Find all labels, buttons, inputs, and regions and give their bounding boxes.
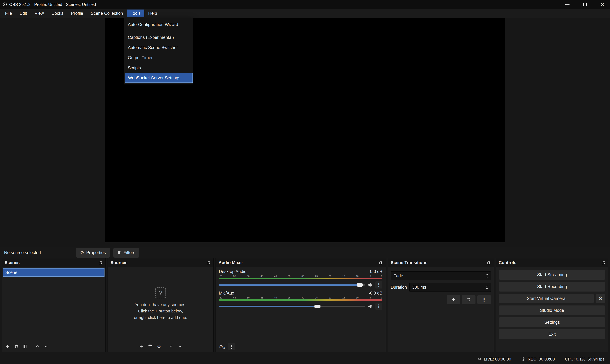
scene-filters-button[interactable] — [21, 343, 29, 350]
properties-button-label: Properties — [86, 250, 106, 255]
remove-transition-button[interactable] — [462, 295, 475, 304]
start-recording-button[interactable]: Start Recording — [499, 282, 605, 291]
menu-docks[interactable]: Docks — [48, 10, 67, 17]
menu-edit[interactable]: Edit — [16, 10, 31, 17]
popout-icon[interactable] — [99, 261, 103, 265]
mixer-channels: Desktop Audio 0.0 dB -60-55-50-45-40-35-… — [216, 267, 386, 341]
popout-icon[interactable] — [207, 261, 211, 265]
kebab-icon: ⋮ — [229, 344, 234, 350]
minimize-button[interactable] — [560, 0, 575, 9]
mixer-channel-desktop-audio: Desktop Audio 0.0 dB -60-55-50-45-40-35-… — [219, 269, 382, 288]
select-arrows[interactable] — [483, 272, 491, 280]
source-properties-button[interactable]: ⚙ — [155, 343, 163, 350]
maximize-button[interactable] — [577, 0, 593, 9]
mixer-channel-mic-aux: Mic/Aux -8.3 dB -60-55-50-45-40-35-30-25… — [219, 291, 382, 310]
transition-select[interactable]: Fade — [391, 271, 491, 280]
volume-slider-fill — [219, 306, 318, 307]
move-source-down-button[interactable] — [176, 343, 184, 350]
popout-icon[interactable] — [379, 261, 383, 265]
properties-button[interactable]: ⚙ Properties — [76, 248, 110, 258]
live-status: LIVE: 00:00:00 — [477, 357, 511, 362]
advanced-audio-properties-button[interactable]: ⚙ ⚙ — [218, 343, 226, 351]
menu-item-automatic-scene-switcher[interactable]: Automatic Scene Switcher — [124, 42, 193, 53]
controls-dock-header[interactable]: Controls — [496, 258, 608, 267]
add-source-button[interactable] — [137, 343, 145, 350]
filters-button[interactable]: Filters — [113, 248, 139, 258]
popout-icon[interactable] — [487, 261, 491, 265]
mixer-options-button[interactable]: ⋮ — [228, 343, 235, 350]
tick-label: -20 — [328, 275, 332, 277]
exit-button[interactable]: Exit — [499, 329, 605, 339]
move-source-up-button[interactable] — [167, 343, 175, 350]
broadcast-icon — [477, 357, 482, 362]
menu-item-auto-configuration-wizard[interactable]: Auto-Configuration Wizard — [124, 20, 193, 30]
scene-list-item[interactable]: Scene — [3, 268, 105, 277]
scenes-dock-header[interactable]: Scenes — [2, 258, 105, 267]
close-button[interactable]: × — [595, 0, 610, 9]
scenes-dock-title: Scenes — [5, 260, 20, 265]
tick-label: -10 — [355, 275, 359, 277]
menu-file[interactable]: File — [1, 10, 16, 17]
menu-view[interactable]: View — [31, 10, 48, 17]
add-scene-button[interactable] — [4, 343, 11, 350]
start-streaming-button[interactable]: Start Streaming — [499, 270, 605, 280]
volume-meter — [219, 278, 382, 279]
popout-icon[interactable] — [602, 261, 605, 265]
menu-item-captions[interactable]: Captions (Experimental) — [124, 32, 193, 42]
channel-options-button[interactable]: ⋮ — [375, 281, 382, 288]
title-bar: OBS 29.1.2 - Profile: Untitled - Scenes:… — [0, 0, 610, 9]
menu-separator — [124, 31, 193, 31]
tick-label: -55 — [233, 296, 236, 299]
move-scene-up-button[interactable] — [33, 343, 41, 350]
sources-empty-text: You don't have any sources. Click the + … — [134, 301, 187, 321]
move-scene-down-button[interactable] — [42, 343, 50, 350]
start-virtual-camera-button[interactable]: Start Virtual Camera — [499, 294, 594, 303]
studio-mode-button[interactable]: Studio Mode — [499, 305, 605, 315]
menu-tools[interactable]: Tools — [127, 10, 144, 17]
channel-options-button[interactable]: ⋮ — [375, 303, 382, 310]
gear-icon: ⚙ — [598, 296, 603, 301]
sources-dock-header[interactable]: Sources — [108, 258, 213, 267]
menu-scene-collection[interactable]: Scene Collection — [87, 10, 127, 17]
menu-item-scripts[interactable]: Scripts — [124, 63, 193, 73]
menu-profile[interactable]: Profile — [67, 10, 87, 17]
scene-transitions-dock-header[interactable]: Scene Transitions — [388, 258, 494, 267]
volume-slider[interactable] — [219, 284, 365, 286]
menu-help[interactable]: Help — [144, 10, 161, 17]
close-icon: × — [600, 1, 604, 8]
preview-region — [0, 18, 610, 247]
spinbox-arrows[interactable] — [483, 283, 491, 291]
sources-empty-state[interactable]: ? You don't have any sources. Click the … — [108, 267, 213, 341]
volume-slider-handle[interactable] — [314, 305, 320, 308]
volume-slider[interactable] — [219, 306, 365, 307]
scene-transitions-dock-title: Scene Transitions — [391, 260, 427, 265]
performance-status: CPU: 0.1%, 59.94 fps — [565, 357, 605, 362]
tick-label: -35 — [287, 296, 291, 299]
speaker-icon[interactable] — [367, 304, 373, 309]
settings-button[interactable]: Settings — [499, 317, 605, 327]
speaker-icon[interactable] — [367, 282, 373, 287]
sources-empty-line-3: or right click here to add one. — [134, 314, 187, 321]
add-transition-button[interactable] — [447, 295, 460, 304]
audio-mixer-dock-header[interactable]: Audio Mixer — [216, 258, 386, 267]
menu-item-output-timer[interactable]: Output Timer — [124, 53, 193, 63]
sources-empty-line-1: You don't have any sources. — [134, 301, 187, 308]
menu-item-websocket-server-settings[interactable]: WebSocket Server Settings — [125, 73, 193, 83]
channel-level-db: -8.3 dB — [369, 291, 382, 296]
tick-label: -15 — [341, 296, 345, 299]
remove-scene-button[interactable] — [13, 343, 20, 350]
tick-label: -40 — [273, 275, 277, 277]
scene-list: Scene — [2, 267, 105, 341]
sources-dock: Sources ? You don't have any sources. Cl… — [108, 258, 214, 352]
remove-source-button[interactable] — [146, 343, 154, 350]
gear-icon: ⚙ — [80, 250, 84, 256]
transition-options-button[interactable]: ⋮ — [477, 295, 491, 304]
duration-spinbox[interactable]: 300 ms — [409, 283, 491, 292]
tick-label: -60 — [219, 275, 222, 277]
controls-dock: Controls Start Streaming Start Recording… — [496, 258, 609, 352]
meter-scale: -60-55-50-45-40-35-30-25-20-15-10-50 — [219, 275, 382, 277]
volume-slider-handle[interactable] — [357, 283, 363, 286]
question-mark-icon: ? — [155, 287, 166, 298]
virtual-camera-settings-button[interactable]: ⚙ — [596, 294, 605, 303]
volume-meter — [219, 299, 382, 301]
